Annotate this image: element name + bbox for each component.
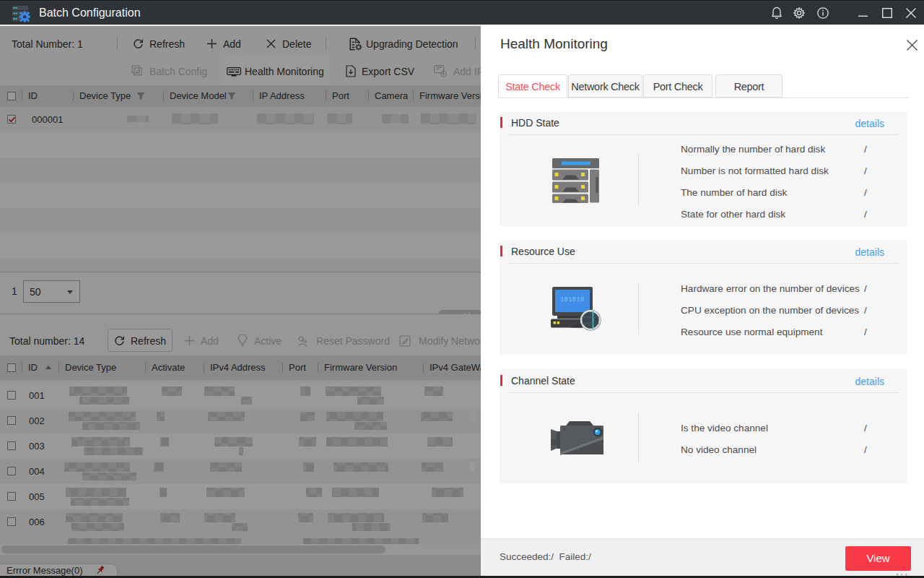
svg-text:101010: 101010 xyxy=(560,296,585,303)
